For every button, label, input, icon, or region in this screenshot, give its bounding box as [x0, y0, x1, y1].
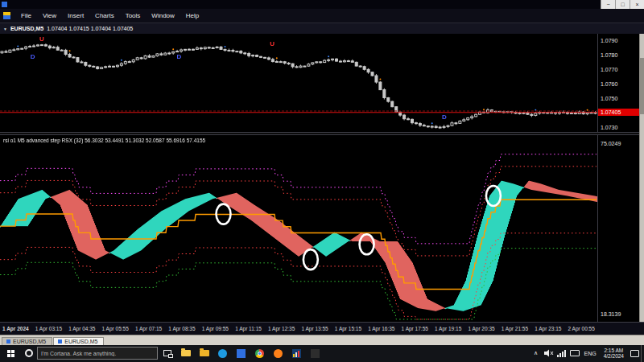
time-axis-label: 1 Apr 17:55 — [402, 326, 428, 331]
time-axis-label: 1 Apr 07:15 — [135, 326, 162, 331]
indicator-canvas[interactable] — [0, 135, 597, 322]
network-button[interactable] — [555, 344, 568, 362]
price-axis-label: 1.0770 — [601, 67, 617, 72]
keyboard-icon — [570, 350, 580, 356]
menu-item-insert[interactable]: Insert — [62, 12, 89, 19]
firefox-button[interactable] — [269, 344, 287, 362]
time-axis-label: 1 Apr 03:15 — [35, 326, 62, 331]
price-axis-label: 1.0750 — [601, 96, 617, 101]
edge-button[interactable] — [213, 344, 232, 362]
time-axis-label: 1 Apr 2024 — [2, 326, 29, 331]
platform-logo-icon — [3, 12, 10, 19]
time-axis-label: 1 Apr 19:15 — [435, 326, 461, 331]
time-axis-label: 1 Apr 13:55 — [301, 326, 328, 331]
chart-tab-label: EURUSD,M5 — [13, 339, 46, 344]
start-button[interactable] — [0, 344, 21, 362]
clock[interactable]: 2:15 AM 4/2/2024 — [600, 348, 628, 359]
price-axis-label: 1.0780 — [601, 52, 617, 58]
menu-item-view[interactable]: View — [37, 12, 62, 19]
minimize-button[interactable]: − — [601, 0, 615, 9]
volume-button[interactable] — [543, 344, 555, 362]
time-axis-label: 1 Apr 08:35 — [168, 326, 195, 331]
price-chart-canvas[interactable] — [0, 34, 597, 132]
time-axis-label: 1 Apr 20:35 — [468, 326, 494, 331]
clock-date: 4/2/2024 — [604, 353, 624, 359]
maximize-button[interactable]: □ — [615, 0, 630, 9]
firefox-icon — [274, 349, 283, 358]
chrome-icon — [255, 349, 264, 358]
network-icon — [557, 350, 566, 357]
language-indicator[interactable]: ENG — [581, 351, 600, 356]
chart-tab-bar: EURUSD,M5EURUSD,M5 — [0, 335, 644, 345]
terminal-icon — [311, 349, 320, 358]
file-explorer-icon — [181, 350, 191, 356]
show-desktop-button[interactable] — [641, 344, 644, 362]
metatrader-button[interactable] — [287, 344, 306, 362]
scrollbar-thumb[interactable] — [640, 58, 644, 114]
app-icon — [2, 2, 7, 7]
tray-expand-button[interactable]: ∧ — [530, 344, 543, 362]
metatrader-icon — [292, 349, 301, 358]
documents-folder-button[interactable] — [195, 344, 213, 362]
symbol-label: EURUSD,M5 — [10, 26, 43, 31]
chart-header: ▼ EURUSD,M5 1.07404 1.07415 1.07404 1.07… — [0, 23, 644, 34]
metatrader-window: −□× FileViewInsertChartsToolsWindowHelp … — [0, 0, 644, 362]
time-axis: 1 Apr 20241 Apr 03:151 Apr 04:351 Apr 05… — [0, 322, 644, 335]
time-axis-label: 1 Apr 12:35 — [268, 326, 295, 331]
time-axis-label: 1 Apr 04:35 — [68, 326, 95, 331]
window-titlebar: −□× — [0, 0, 644, 9]
signal-marker-d: D — [177, 54, 182, 60]
chart-window: ▼ EURUSD,M5 1.07404 1.07415 1.07404 1.07… — [0, 23, 644, 344]
signal-marker-d: D — [442, 114, 447, 121]
menu-item-file[interactable]: File — [15, 12, 37, 19]
menu-item-help[interactable]: Help — [180, 12, 204, 19]
price-axis-label: 1.0760 — [601, 81, 617, 87]
documents-folder-icon — [200, 350, 209, 356]
chart-tab-label: EURUSD,M5 — [64, 339, 97, 344]
chart-tab-icon — [6, 339, 10, 343]
axis-divider — [597, 132, 640, 135]
time-axis-label: 1 Apr 21:55 — [502, 326, 528, 331]
terminal-button[interactable] — [306, 344, 324, 362]
action-center-button[interactable] — [628, 344, 641, 362]
menu-item-window[interactable]: Window — [146, 12, 180, 19]
file-explorer-button[interactable] — [176, 344, 195, 362]
time-axis-label: 1 Apr 05:55 — [102, 326, 129, 331]
time-axis-label: 1 Apr 09:55 — [202, 326, 229, 331]
store-icon — [237, 349, 246, 358]
cortana-icon — [25, 349, 33, 357]
vertical-scrollbar[interactable] — [639, 34, 644, 322]
signal-marker-u: U — [270, 41, 275, 47]
chevron-down-icon[interactable]: ▼ — [3, 27, 7, 31]
time-axis-label: 1 Apr 11:15 — [235, 326, 262, 331]
menu-item-tools[interactable]: Tools — [120, 12, 147, 19]
cortana-button[interactable] — [21, 349, 37, 357]
price-axis: 1.07901.07801.07701.07601.07501.07401.07… — [597, 34, 639, 322]
chrome-button[interactable] — [250, 344, 269, 362]
store-button[interactable] — [232, 344, 250, 362]
chart-tab-0[interactable]: EURUSD,M5 — [2, 337, 52, 345]
chart-tab-1[interactable]: EURUSD,M5 — [53, 337, 104, 345]
touch-keyboard-button[interactable] — [568, 344, 581, 362]
chart-plots: rsi o1 M5 advanced step RSX (32) 56.3032… — [0, 34, 597, 322]
close-button[interactable]: × — [630, 0, 644, 9]
indicator-min-label: 18.3139 — [601, 311, 621, 317]
price-axis-label: 1.0790 — [601, 38, 617, 43]
speaker-icon — [543, 348, 554, 358]
signal-marker-u: U — [39, 36, 44, 43]
window-controls: −□× — [601, 0, 644, 9]
indicator-max-label: 75.0249 — [601, 141, 621, 146]
indicator-label: rsi o1 M5 advanced step RSX (32) 56.3032… — [3, 138, 205, 143]
time-axis-label: 1 Apr 15:15 — [335, 326, 361, 331]
time-axis-label: 1 Apr 16:35 — [368, 326, 394, 331]
menu-item-charts[interactable]: Charts — [89, 12, 120, 19]
notification-icon — [630, 350, 639, 357]
cortana-search-input[interactable] — [37, 347, 158, 360]
task-view-icon — [163, 350, 171, 356]
task-view-button[interactable] — [158, 344, 176, 362]
price-axis-label: 1.0730 — [601, 125, 617, 130]
windows-taskbar: ∧ ENG 2:15 AM 4/2/2024 — [0, 344, 644, 362]
ohlc-values: 1.07404 1.07415 1.07404 1.07405 — [47, 26, 133, 31]
current-price-badge: 1.07405 — [598, 109, 639, 116]
chart-tab-icon — [58, 339, 62, 343]
